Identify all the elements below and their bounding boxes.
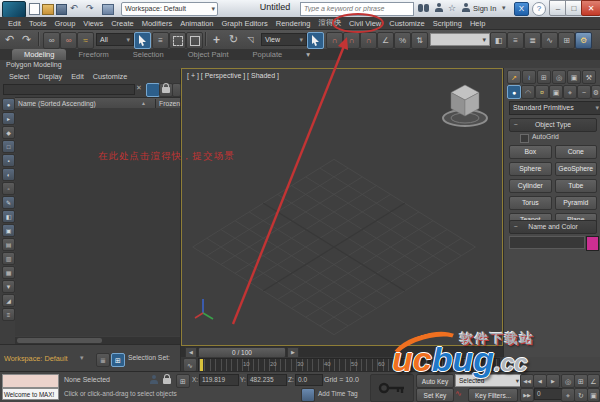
unlink-selection-icon[interactable]: ∞ (60, 32, 77, 49)
explorer-tool-icon[interactable]: ◧ (2, 210, 15, 223)
polygon-modeling-panel-tab[interactable]: Polygon Modeling (6, 60, 62, 69)
menu-create[interactable]: Create (107, 19, 138, 28)
menu-modifiers[interactable]: Modifiers (138, 19, 176, 28)
current-frame-field[interactable]: 0 (534, 388, 564, 400)
viewcube[interactable] (438, 75, 492, 131)
selection-lock-icon[interactable]: ⊞ (111, 353, 125, 367)
z-coordinate-field[interactable]: 0.0 (295, 374, 323, 386)
pyramid-button[interactable]: Pyramid (555, 196, 598, 210)
select-and-scale-icon[interactable]: ◹ (243, 32, 258, 47)
help-icon[interactable]: ? (532, 2, 546, 16)
spinner-snap-icon[interactable]: ⇅ (411, 32, 428, 49)
explorer-tool-icon[interactable]: ▫ (2, 182, 15, 195)
open-file-icon[interactable] (42, 4, 54, 15)
create-tab-icon[interactable]: ↗ (507, 70, 521, 84)
redo-icon[interactable]: ↷ (86, 2, 94, 15)
close-button[interactable]: ✕ (581, 0, 600, 16)
window-crossing-icon[interactable] (186, 32, 203, 49)
exchange-apps-icon[interactable]: X (514, 2, 529, 16)
explorer-tool-icon[interactable]: ◐ (2, 168, 15, 181)
angle-snap-icon[interactable]: ∠ (377, 32, 394, 49)
redo-toolbar-icon[interactable]: ↷ (19, 32, 34, 47)
explorer-filter-icon[interactable] (146, 83, 160, 97)
mirror-icon[interactable]: ◧ (490, 32, 507, 49)
project-folder-icon[interactable] (102, 4, 114, 15)
object-name-input[interactable] (509, 236, 585, 249)
lights-category-icon[interactable]: ¤ (535, 85, 549, 99)
select-and-link-icon[interactable]: ∞ (43, 32, 60, 49)
explorer-list-area[interactable] (15, 108, 180, 336)
menu-views[interactable]: Views (79, 19, 107, 28)
set-keys-button[interactable] (370, 374, 414, 402)
menu-edit[interactable]: Edit (4, 19, 25, 28)
display-tab-icon[interactable]: ▣ (567, 70, 581, 84)
explorer-tool-icon[interactable]: □ (2, 140, 15, 153)
systems-category-icon[interactable]: ⚙ (591, 85, 600, 99)
ribbon-tab-freeform[interactable]: Freeform (66, 49, 120, 60)
ribbon-minimize-icon[interactable]: ▾ (294, 49, 322, 60)
snap-toggle-2d-icon[interactable]: ∩ (326, 32, 343, 49)
tube-button[interactable]: Tube (555, 179, 598, 193)
explorer-tool-icon[interactable]: ▸ (2, 112, 15, 125)
motion-tab-icon[interactable]: ◎ (552, 70, 566, 84)
selection-lock-toggle-icon[interactable] (163, 378, 171, 384)
render-setup-icon[interactable]: ⚙ (575, 32, 592, 49)
autogrid-label[interactable]: AutoGrid (532, 133, 559, 140)
undo-icon[interactable]: ↶ (70, 2, 78, 15)
track-bar[interactable]: ∿ 10 20 30 40 50 60 70 (181, 357, 503, 371)
clear-search-icon[interactable]: ✕ (136, 84, 142, 92)
explorer-tool-icon[interactable]: ▤ (2, 238, 15, 251)
ribbon-tab-populate[interactable]: Populate (241, 49, 295, 60)
undo-toolbar-icon[interactable]: ↶ (2, 32, 17, 47)
menu-graph-editors[interactable]: Graph Editors (218, 19, 272, 28)
mini-curve-editor-icon[interactable]: ∿ (183, 358, 197, 372)
new-file-icon[interactable] (29, 3, 40, 15)
helpers-category-icon[interactable]: ⌖ (563, 85, 577, 99)
save-file-icon[interactable] (56, 4, 67, 15)
explorer-menu-select[interactable]: Select (9, 72, 29, 81)
geometry-category-icon[interactable]: ● (507, 85, 521, 99)
add-time-tag[interactable]: Add Time Tag (318, 389, 358, 399)
ribbon-tab-selection[interactable]: Selection (121, 49, 176, 60)
explorer-hscrollbar[interactable] (15, 337, 180, 344)
box-button[interactable]: Box (509, 145, 552, 159)
key-filters-curve-icon[interactable]: ∿ (455, 389, 462, 398)
explorer-tool-icon[interactable]: ● (2, 98, 15, 111)
spacewarps-category-icon[interactable]: ~ (577, 85, 591, 99)
menu-rendering[interactable]: Rendering (272, 19, 315, 28)
zoom-icon[interactable]: ◎ (561, 374, 575, 388)
menu-scripting[interactable]: Scripting (429, 19, 466, 28)
explorer-pick-icon[interactable] (172, 83, 181, 97)
key-filters-button[interactable]: Key Filters... (468, 388, 518, 402)
select-by-name-icon[interactable]: ≡ (152, 32, 169, 49)
explorer-tool-icon[interactable]: ▥ (2, 252, 15, 265)
search-box[interactable] (300, 2, 414, 16)
snap-toggle-3d-icon[interactable]: ∩ (360, 32, 377, 49)
layer-manager-icon[interactable]: ≣ (524, 32, 541, 49)
time-marker[interactable] (200, 359, 203, 371)
track-ruler[interactable]: 10 20 30 40 50 60 70 (198, 358, 500, 372)
cameras-category-icon[interactable]: ▣ (549, 85, 563, 99)
selection-region-icon[interactable] (169, 32, 186, 49)
select-and-move-icon[interactable]: + (209, 32, 224, 47)
explorer-search-input[interactable] (3, 84, 135, 95)
explorer-tool-icon[interactable]: ▦ (2, 266, 15, 279)
menu-tools[interactable]: Tools (25, 19, 51, 28)
explorer-tool-icon[interactable]: ▣ (2, 224, 15, 237)
torus-button[interactable]: Torus (509, 196, 552, 210)
menu-civil-view[interactable]: Civil View (345, 19, 385, 28)
select-and-rotate-icon[interactable]: ↻ (226, 32, 241, 47)
explorer-menu-customize[interactable]: Customize (93, 72, 127, 81)
explorer-tool-icon[interactable]: ▪ (2, 154, 15, 167)
geosphere-button[interactable]: GeoSphere (555, 162, 598, 176)
align-icon[interactable]: ≡ (507, 32, 524, 49)
maxscript-mini-listener-pink[interactable] (2, 374, 59, 388)
maximize-viewport-icon[interactable]: ▣ (587, 388, 600, 402)
communicate-icon[interactable] (434, 3, 443, 12)
cylinder-button[interactable]: Cylinder (509, 179, 552, 193)
maxscript-mini-listener-white[interactable]: Welcome to MAX! (2, 388, 59, 400)
autogrid-checkbox[interactable] (520, 134, 529, 143)
set-key-button[interactable]: Set Key (416, 388, 454, 402)
explorer-tool-icon[interactable]: ◆ (2, 126, 15, 139)
sign-in-link[interactable]: Sign In (473, 4, 496, 13)
